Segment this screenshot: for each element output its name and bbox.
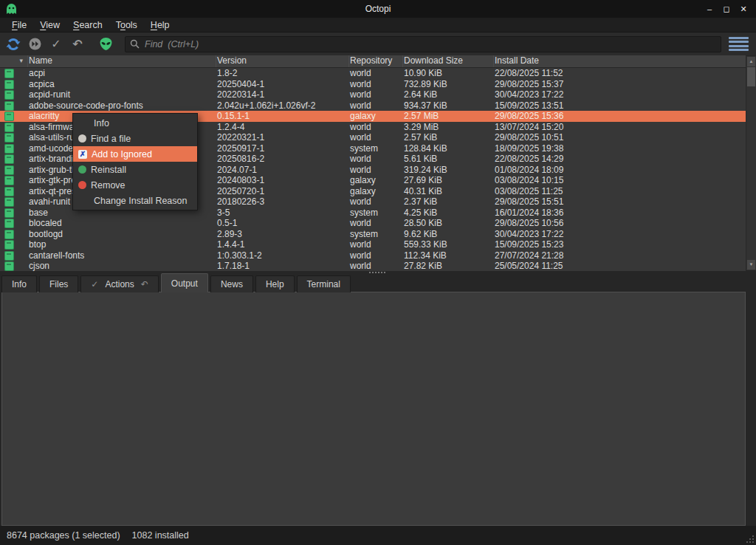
close-button[interactable]: ✕	[738, 0, 749, 18]
maximize-button[interactable]: ◻	[721, 0, 732, 18]
installed-package-icon	[4, 197, 14, 207]
scrollbar-down-arrow-icon[interactable]: ▼	[747, 260, 755, 270]
package-download-size: 2.64 KiB	[403, 89, 494, 100]
tab-label: Actions	[105, 279, 134, 289]
package-download-size: 5.61 KiB	[403, 154, 494, 165]
tab[interactable]: Terminal	[297, 275, 351, 292]
tab[interactable]: News	[210, 275, 253, 292]
status-bar: 8674 packages (1 selected) 1082 installe…	[0, 526, 756, 545]
installed-package-icon	[4, 69, 14, 78]
package-install-date: 29/08/2025 15:37	[494, 79, 746, 90]
package-install-date: 15/09/2025 13:51	[494, 100, 746, 112]
table-row[interactable]: bootlogd 2.89-3 system 9.62 KiB 30/04/20…	[0, 229, 746, 240]
hamburger-menu-icon[interactable]	[729, 37, 749, 51]
package-repository: world	[349, 218, 403, 229]
package-install-date: 03/08/2024 10:15	[494, 175, 746, 186]
package-version: 20250816-2	[216, 154, 349, 165]
package-repository: world	[349, 154, 403, 165]
tab[interactable]: Output	[161, 273, 208, 292]
table-row[interactable]: cjson 1.7.18-1 world 27.82 KiB 25/05/202…	[0, 261, 746, 272]
vertical-scrollbar[interactable]: ▲ ▼	[746, 56, 756, 270]
context-menu-item-label: Change Install Reason	[94, 196, 187, 206]
scrollbar-up-arrow-icon[interactable]: ▲	[747, 57, 755, 66]
tab[interactable]: Info	[1, 275, 37, 292]
context-menu-item-label: Remove	[91, 180, 126, 191]
table-row[interactable]: acpi 1.8-2 world 10.90 KiB 22/08/2025 11…	[0, 68, 746, 79]
tab-check-icon[interactable]: ✓	[91, 279, 98, 289]
package-download-size: 4.25 KiB	[403, 208, 494, 219]
package-install-date: 29/08/2025 10:56	[494, 218, 746, 229]
package-version: 3-5	[216, 208, 349, 219]
sync-database-icon[interactable]	[5, 36, 21, 52]
menu-item[interactable]: Help	[144, 20, 176, 30]
aur-alien-icon[interactable]	[97, 36, 114, 52]
resize-grip[interactable]	[746, 535, 748, 537]
package-repository: world	[349, 132, 403, 143]
context-menu-item[interactable]: Add to Ignored	[73, 146, 197, 162]
tab-label: Info	[12, 279, 27, 289]
installed-count-text: 1082 installed	[132, 530, 189, 541]
menu-item[interactable]: Search	[66, 20, 109, 30]
tab[interactable]: Help	[255, 275, 295, 292]
splitter-handle[interactable]	[369, 272, 371, 273]
column-header-download-size[interactable]: Download Size	[403, 55, 494, 67]
package-install-date: 03/08/2025 11:25	[494, 186, 746, 197]
table-row[interactable]: cantarell-fonts 1:0.303.1-2 world 112.34…	[0, 250, 746, 261]
package-version: 1.4.4-1	[216, 239, 349, 250]
package-install-date: 18/09/2025 19:38	[494, 143, 746, 154]
sort-indicator-icon: ▾	[19, 57, 23, 64]
tab-undo-icon[interactable]: ↶	[141, 279, 148, 289]
table-row[interactable]: acpica 20250404-1 world 732.89 KiB 29/08…	[0, 79, 746, 90]
check-updates-icon[interactable]	[27, 36, 43, 52]
tab-label: Help	[266, 279, 284, 289]
context-menu-item[interactable]: Remove	[73, 177, 197, 193]
menu-bar: File View Search Tools Help	[0, 18, 756, 32]
column-header-name[interactable]: Name	[28, 55, 216, 67]
installed-package-icon	[4, 123, 14, 132]
package-version: 20250720-1	[216, 186, 349, 197]
context-menu-item[interactable]: Change Install Reason	[73, 193, 197, 208]
package-repository: system	[349, 143, 403, 154]
search-input[interactable]	[143, 38, 716, 50]
table-row[interactable]: btop 1.4.4-1 world 559.33 KiB 15/09/2025…	[0, 239, 746, 250]
minimize-button[interactable]: –	[704, 0, 715, 18]
context-menu-item[interactable]: Info	[73, 115, 197, 131]
package-repository: galaxy	[349, 186, 403, 197]
package-download-size: 2.57 MiB	[403, 111, 494, 122]
installed-package-icon	[4, 261, 14, 271]
table-row[interactable]: acpid-runit 20220314-1 world 2.64 KiB 30…	[0, 89, 746, 100]
package-repository: system	[349, 229, 403, 240]
context-menu-item-icon	[78, 195, 89, 206]
menu-item[interactable]: View	[33, 20, 66, 30]
tab[interactable]: Files	[39, 275, 78, 292]
package-version: 20220314-1	[216, 89, 349, 100]
package-count-text: 8674 packages (1 selected)	[7, 530, 120, 541]
column-header-repository[interactable]: Repository	[349, 55, 403, 67]
package-install-date: 16/01/2024 18:36	[494, 208, 746, 219]
package-version: 0.5-1	[216, 218, 349, 229]
package-repository: world	[349, 165, 403, 176]
column-header-install-date[interactable]: Install Date	[494, 55, 746, 67]
package-name: bootlogd	[28, 229, 216, 240]
package-version: 1.2.4-4	[216, 122, 349, 133]
installed-package-icon	[4, 187, 14, 196]
context-menu-item[interactable]: Reinstall	[73, 162, 197, 177]
rollback-undo-icon[interactable]: ↶	[69, 36, 86, 52]
column-header-version[interactable]: Version	[216, 55, 349, 67]
scrollbar-handle[interactable]	[747, 67, 755, 86]
context-menu-item[interactable]: Find a file	[73, 131, 197, 146]
package-install-date: 22/08/2025 11:52	[494, 68, 746, 79]
menu-item[interactable]: File	[5, 20, 33, 30]
package-version: 20250404-1	[216, 79, 349, 90]
menu-item[interactable]: Tools	[109, 20, 144, 30]
commit-check-icon[interactable]: ✓	[48, 36, 64, 52]
table-row[interactable]: blocaled 0.5-1 world 28.50 KiB 29/08/202…	[0, 218, 746, 229]
octopi-ghost-logo-icon	[6, 3, 17, 15]
installed-package-icon	[4, 133, 14, 143]
package-download-size: 934.37 KiB	[403, 100, 494, 112]
column-header-status[interactable]: ▾	[0, 55, 28, 67]
package-download-size: 2.57 KiB	[403, 132, 494, 143]
tab[interactable]: ✓ Actions ↶	[80, 275, 158, 292]
table-row[interactable]: adobe-source-code-pro-fonts 2.042u+1.062…	[0, 100, 746, 112]
window-title: Octopi	[0, 4, 756, 14]
